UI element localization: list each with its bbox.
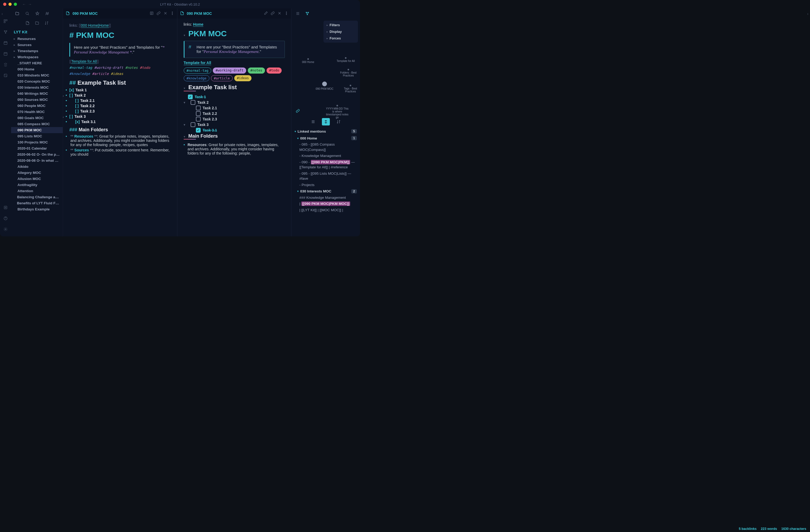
tag[interactable]: #ideas bbox=[111, 72, 123, 76]
search-tab[interactable] bbox=[23, 10, 32, 17]
tree-file[interactable]: 000 Home bbox=[11, 66, 63, 72]
tree-folder[interactable]: ▸Sources bbox=[11, 42, 63, 48]
tree-file[interactable]: 040 Writings MOC bbox=[11, 91, 63, 97]
graph-node[interactable]: Template for All bbox=[334, 57, 358, 63]
tag-pill[interactable]: #notes bbox=[248, 67, 265, 74]
sort-icon[interactable] bbox=[45, 21, 49, 26]
tag[interactable]: #knowledge bbox=[69, 72, 92, 76]
link-pane-icon[interactable] bbox=[271, 11, 275, 16]
tree-file[interactable]: 090 PKM MOC bbox=[11, 127, 63, 133]
task-line[interactable]: •[x]Task 1 bbox=[69, 88, 171, 92]
graph-node[interactable]: 090 PKM MOC bbox=[313, 82, 337, 90]
close-pane-icon[interactable] bbox=[163, 11, 167, 16]
tag-pill[interactable]: #knowledge bbox=[184, 75, 209, 81]
tree-file[interactable]: 010 Mindsets MOC bbox=[11, 72, 63, 78]
checkbox[interactable] bbox=[191, 100, 195, 105]
tree-file[interactable]: Antifragility bbox=[11, 182, 63, 188]
task-item[interactable]: Task 2.2 bbox=[184, 111, 285, 116]
nav-back-icon[interactable]: ← bbox=[22, 2, 26, 6]
task-item[interactable]: ▾Task 2 bbox=[184, 100, 285, 105]
tree-file[interactable]: 060 People MOC bbox=[11, 103, 63, 109]
outline-tab[interactable] bbox=[293, 10, 303, 17]
vault-icon[interactable] bbox=[3, 205, 8, 210]
checkbox[interactable]: ✓ bbox=[188, 95, 193, 99]
task-item[interactable]: ✓Task 3.1 bbox=[184, 128, 285, 133]
pane-title[interactable]: 090 PKM MOC bbox=[187, 11, 212, 16]
tree-file[interactable]: Allusion MOC bbox=[11, 176, 63, 182]
tree-file[interactable]: Attention bbox=[11, 188, 63, 194]
graph-setting-group[interactable]: ▸Forces bbox=[325, 35, 357, 42]
tree-file[interactable]: 2020-06-02 O- On the proc bbox=[11, 151, 63, 158]
task-item[interactable]: ✓Task 1 bbox=[184, 95, 285, 99]
backlink-match[interactable]: | [[090 PKM MOC|PKM MOC]] bbox=[295, 200, 357, 207]
editor-body[interactable]: links: [[000 Home|Home]] ▾# PKM MOC Here… bbox=[63, 18, 177, 236]
tag[interactable]: #normal-tag bbox=[69, 66, 94, 70]
tree-file[interactable]: Benefits of LYT Fluid Framew bbox=[11, 200, 63, 206]
tree-folder[interactable]: ▸Timestamps bbox=[11, 48, 63, 54]
quick-switcher-icon[interactable] bbox=[3, 19, 8, 24]
window-maximize-button[interactable] bbox=[14, 3, 17, 6]
tag[interactable]: #todo bbox=[140, 66, 150, 70]
backlink-match[interactable]: ### Knowledge Management bbox=[295, 195, 357, 201]
tree-file[interactable]: 085 Compass MOC bbox=[11, 121, 63, 127]
task-line[interactable]: •[ ]Task 2.3 bbox=[69, 109, 171, 113]
collapse-results-icon[interactable] bbox=[309, 118, 317, 126]
tree-file[interactable]: Aikido bbox=[11, 164, 63, 170]
new-folder-icon[interactable] bbox=[35, 21, 39, 26]
tag[interactable]: #notes bbox=[125, 66, 140, 70]
task-line[interactable]: ▾•[ ]Task 3 bbox=[69, 114, 171, 118]
internal-link[interactable]: Template for All bbox=[184, 61, 211, 65]
internal-link[interactable]: Template for All bbox=[71, 59, 97, 64]
file-explorer-tab[interactable] bbox=[13, 10, 22, 17]
close-pane-icon[interactable] bbox=[277, 11, 282, 16]
graph-node[interactable]: YYYY-MM-DD This is where timestamped not… bbox=[325, 105, 349, 119]
window-minimize-button[interactable] bbox=[9, 3, 12, 6]
tree-file[interactable]: Birthdays Example bbox=[11, 206, 63, 212]
tree-file[interactable]: _START HERE bbox=[11, 60, 63, 66]
backlinks-tab[interactable] bbox=[293, 107, 303, 115]
task-line[interactable]: •[x]Task 3.1 bbox=[69, 119, 171, 124]
backlink-match[interactable]: | [[LYT Kit]] | [[MOC MOC]] | bbox=[295, 207, 357, 213]
backlink-file-group[interactable]: ▾030 Interests MOC2 bbox=[295, 188, 357, 195]
checkbox[interactable] bbox=[191, 122, 195, 127]
local-graph[interactable]: ▸Filters▸Display▸Forces 000 HomeTemplate… bbox=[291, 18, 360, 106]
tree-folder[interactable]: ▸Resources bbox=[11, 36, 63, 42]
link-pane-icon[interactable] bbox=[157, 11, 161, 16]
tree-file[interactable]: 080 Goals MOC bbox=[11, 115, 63, 121]
tree-folder[interactable]: ▸Workspaces bbox=[11, 54, 63, 60]
task-line[interactable]: •[ ]Task 2.1 bbox=[69, 98, 171, 103]
fold-icon[interactable]: ▾ bbox=[184, 86, 187, 90]
tag-pill[interactable]: #normal-tag bbox=[184, 67, 211, 74]
backlink-file-group[interactable]: ▾000 Home1 bbox=[295, 135, 357, 141]
new-note-icon[interactable] bbox=[26, 21, 30, 26]
tree-file[interactable]: 095 Lists MOC bbox=[11, 133, 63, 139]
task-line[interactable]: ▾•[ ]Task 2 bbox=[69, 93, 171, 97]
tree-file[interactable]: Balancing Challenge and Sk bbox=[11, 194, 63, 200]
backlink-match[interactable]: - 085 - [[085 Compass MOC|Compass]] bbox=[295, 141, 357, 153]
checkbox[interactable] bbox=[196, 106, 201, 110]
tree-file[interactable]: 030 Interests MOC bbox=[11, 84, 63, 91]
preview-mode-icon[interactable] bbox=[149, 11, 154, 16]
nav-forward-icon[interactable]: → bbox=[28, 2, 32, 6]
pane-title[interactable]: 090 PKM MOC bbox=[72, 11, 98, 16]
internal-link[interactable]: 000 Home|Home bbox=[81, 23, 109, 28]
settings-icon[interactable] bbox=[3, 227, 8, 232]
checkbox[interactable]: ✓ bbox=[196, 128, 201, 133]
tag-pill[interactable]: #ideas bbox=[234, 75, 252, 81]
task-item[interactable]: Task 2.3 bbox=[184, 117, 285, 122]
local-graph-tab[interactable] bbox=[303, 10, 312, 17]
tree-file[interactable]: 2020-01 Calendar bbox=[11, 145, 63, 151]
backlink-match[interactable]: - Knowledge Management bbox=[295, 153, 357, 159]
task-item[interactable]: Task 2.1 bbox=[184, 106, 285, 110]
linked-mentions-header[interactable]: ▾ Linked mentions 5 bbox=[295, 128, 357, 135]
template-icon[interactable] bbox=[3, 63, 8, 67]
vault-title[interactable]: LYT Kit bbox=[11, 28, 63, 36]
tag-pill[interactable]: #todo bbox=[266, 67, 282, 74]
task-line[interactable]: •[ ]Task 2.2 bbox=[69, 104, 171, 108]
task-item[interactable]: ▾Task 3 bbox=[184, 122, 285, 127]
tree-file[interactable]: Allegory MOC bbox=[11, 170, 63, 176]
calendar-icon[interactable] bbox=[3, 52, 8, 57]
preview-body[interactable]: links: Home ▾PKM MOC !! Here are your "B… bbox=[177, 18, 291, 236]
tree-file[interactable]: 050 Sources MOC bbox=[11, 97, 63, 103]
backlink-match[interactable]: - 090 - [[090 PKM MOC|PKM]] — [[Template… bbox=[295, 159, 357, 171]
